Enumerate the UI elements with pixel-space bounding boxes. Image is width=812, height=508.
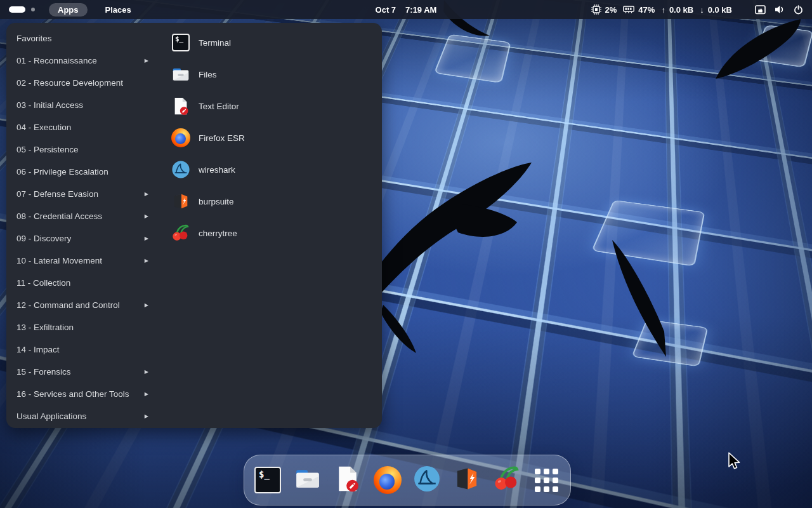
menu-app-wireshark[interactable]: wireshark xyxy=(165,154,374,185)
menu-app-label: cherrytree xyxy=(199,229,237,238)
terminal-icon: $_ xyxy=(254,467,281,493)
memory-usage-indicator[interactable]: 47% xyxy=(623,5,655,15)
menu-app-cherrytree[interactable]: cherrytree xyxy=(165,217,374,249)
menu-category-label: 04 - Execution xyxy=(16,123,71,132)
menu-category-reconnaissance[interactable]: 01 - Reconnaissance▶ xyxy=(6,50,159,72)
menu-category-label: 01 - Reconnaissance xyxy=(16,56,97,65)
submenu-arrow-icon: ▶ xyxy=(145,58,148,64)
mouse-cursor xyxy=(727,452,741,474)
power-icon[interactable] xyxy=(794,5,803,15)
menu-category-execution[interactable]: 04 - Execution xyxy=(6,116,159,138)
menu-app-text-editor[interactable]: Text Editor xyxy=(165,90,374,122)
menu-category-label: 06 - Privilege Escalation xyxy=(16,167,108,177)
menu-app-firefox[interactable]: Firefox ESR xyxy=(165,122,374,154)
wireshark-icon xyxy=(171,160,190,179)
menu-category-usual-applications[interactable]: Usual Applications▶ xyxy=(6,405,159,427)
dock: $_ xyxy=(244,455,571,505)
cherrytree-icon xyxy=(171,224,190,243)
menu-category-collection[interactable]: 11 - Collection xyxy=(6,272,159,294)
submenu-arrow-icon: ▶ xyxy=(145,413,148,419)
menu-favorites-list: $_ Terminal Files Text Editor Firefox ES… xyxy=(165,27,374,249)
menu-category-initial-access[interactable]: 03 - Initial Access xyxy=(6,94,159,116)
menu-category-impact[interactable]: 14 - Impact xyxy=(6,338,159,361)
net-upload-indicator[interactable]: ↑ 0.0 kB xyxy=(661,5,693,15)
dock-item-text-editor[interactable] xyxy=(333,465,362,495)
cpu-chip-icon xyxy=(591,4,601,15)
apps-menu-button[interactable]: Apps xyxy=(49,3,88,17)
dock-item-show-applications[interactable] xyxy=(532,465,561,495)
top-bar: Apps Places Oct 7 7:19 AM 2% 47% ↑ 0.0 k… xyxy=(0,0,812,19)
menu-app-label: wireshark xyxy=(199,165,235,175)
memory-usage-value: 47% xyxy=(638,5,655,15)
applications-menu-panel: Favorites 01 - Reconnaissance▶ 02 - Reso… xyxy=(6,23,382,428)
submenu-arrow-icon: ▶ xyxy=(145,191,148,197)
menu-category-label: 03 - Initial Access xyxy=(16,100,83,110)
menu-category-favorites[interactable]: Favorites xyxy=(6,27,159,50)
menu-category-resource-development[interactable]: 02 - Resource Development xyxy=(6,72,159,94)
upload-arrow-icon: ↑ xyxy=(661,5,665,15)
dock-item-firefox[interactable] xyxy=(373,465,402,495)
menu-category-defense-evasion[interactable]: 07 - Defense Evasion▶ xyxy=(6,183,159,205)
firefox-icon xyxy=(171,128,190,147)
menu-app-label: Firefox ESR xyxy=(199,133,245,143)
menu-app-label: Terminal xyxy=(199,38,231,48)
menu-category-discovery[interactable]: 09 - Discovery▶ xyxy=(6,227,159,250)
submenu-arrow-icon: ▶ xyxy=(145,369,148,375)
menu-category-label: 11 - Collection xyxy=(16,278,70,288)
dock-item-files[interactable] xyxy=(293,465,322,495)
clock-date: Oct 7 xyxy=(376,5,396,15)
menu-category-label: 10 - Lateral Movement xyxy=(16,256,102,265)
memory-ram-icon xyxy=(623,6,634,14)
menu-category-label: 05 - Persistence xyxy=(16,145,79,154)
menu-category-command-and-control[interactable]: 12 - Command and Control▶ xyxy=(6,294,159,316)
places-menu-button[interactable]: Places xyxy=(96,3,140,17)
submenu-arrow-icon: ▶ xyxy=(145,258,148,264)
net-upload-value: 0.0 kB xyxy=(669,5,693,15)
menu-app-label: burpsuite xyxy=(199,197,234,206)
dock-item-cherrytree[interactable] xyxy=(492,465,521,495)
dock-item-terminal[interactable]: $_ xyxy=(253,465,282,495)
workspace-indicator[interactable] xyxy=(9,6,35,13)
menu-category-label: 02 - Resource Development xyxy=(16,78,123,88)
terminal-icon: $_ xyxy=(172,34,190,51)
menu-category-forensics[interactable]: 15 - Forensics▶ xyxy=(6,361,159,383)
menu-app-terminal[interactable]: $_ Terminal xyxy=(165,27,374,58)
wireshark-icon xyxy=(413,465,441,495)
submenu-arrow-icon: ▶ xyxy=(145,213,148,219)
clock-time: 7:19 AM xyxy=(405,5,436,15)
menu-category-lateral-movement[interactable]: 10 - Lateral Movement▶ xyxy=(6,250,159,272)
net-download-value: 0.0 kB xyxy=(708,5,732,15)
cherrytree-icon xyxy=(493,465,521,495)
places-menu-label: Places xyxy=(105,5,131,15)
menu-category-persistence[interactable]: 05 - Persistence xyxy=(6,138,159,161)
burpsuite-icon xyxy=(453,465,481,495)
menu-category-exfiltration[interactable]: 13 - Exfiltration xyxy=(6,316,159,338)
menu-app-label: Files xyxy=(199,70,217,79)
volume-speaker-icon[interactable] xyxy=(774,4,785,15)
cpu-usage-indicator[interactable]: 2% xyxy=(591,4,617,15)
wired-network-icon[interactable] xyxy=(755,5,766,15)
download-arrow-icon: ↓ xyxy=(700,5,704,15)
files-icon xyxy=(171,65,190,84)
net-download-indicator[interactable]: ↓ 0.0 kB xyxy=(700,5,732,15)
menu-category-label: 09 - Discovery xyxy=(16,234,71,243)
text-editor-icon xyxy=(334,465,362,495)
menu-category-label: 14 - Impact xyxy=(16,345,60,354)
submenu-arrow-icon: ▶ xyxy=(145,391,148,397)
cpu-usage-value: 2% xyxy=(605,5,617,15)
menu-app-burpsuite[interactable]: burpsuite xyxy=(165,185,374,217)
burpsuite-icon xyxy=(171,192,190,211)
files-icon xyxy=(294,465,322,495)
menu-category-label: 16 - Services and Other Tools xyxy=(16,389,129,399)
menu-category-services-and-other-tools[interactable]: 16 - Services and Other Tools▶ xyxy=(6,383,159,405)
menu-category-credential-access[interactable]: 08 - Credential Access▶ xyxy=(6,205,159,227)
text-editor-icon xyxy=(171,97,190,116)
menu-app-files[interactable]: Files xyxy=(165,58,374,90)
menu-category-privilege-escalation[interactable]: 06 - Privilege Escalation xyxy=(6,161,159,183)
clock-button[interactable]: Oct 7 7:19 AM xyxy=(376,0,437,19)
firefox-icon xyxy=(374,466,402,494)
menu-category-list: Favorites 01 - Reconnaissance▶ 02 - Reso… xyxy=(6,27,159,427)
menu-category-label: 08 - Credential Access xyxy=(16,211,102,221)
dock-item-burpsuite[interactable] xyxy=(452,465,481,495)
dock-item-wireshark[interactable] xyxy=(412,465,442,495)
